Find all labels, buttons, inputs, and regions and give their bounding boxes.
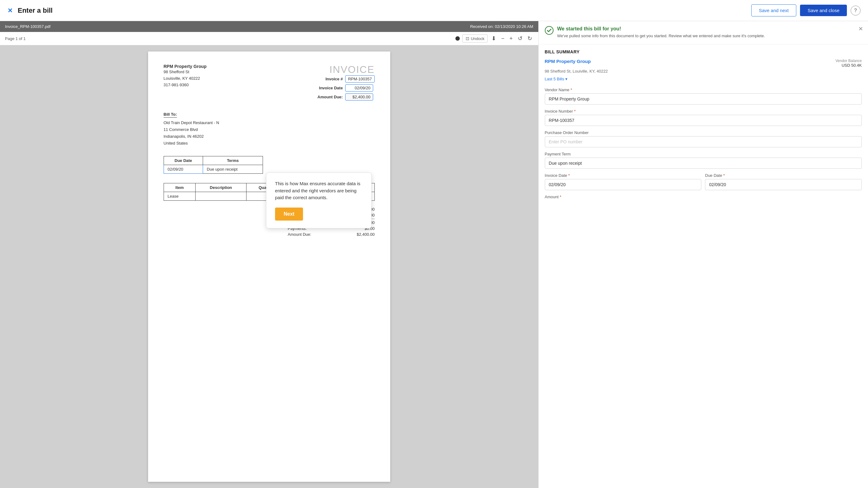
pdf-filename: Invoice_RPM-100357.pdf: [5, 24, 51, 29]
pdf-page: RPM Property Group 98 Shefford St Louisv…: [148, 52, 390, 482]
zoom-in-button[interactable]: +: [508, 35, 514, 42]
save-and-next-button[interactable]: Save and next: [751, 4, 797, 17]
po-number-input[interactable]: [545, 136, 862, 148]
main-content: Invoice_RPM-100357.pdf Received on: 02/1…: [0, 21, 868, 488]
invoice-title-text: INVOICE: [309, 64, 375, 75]
desc-col-header: Description: [195, 183, 247, 192]
bill-to-country: United States: [164, 140, 375, 147]
tooltip-overlay: This is how Max ensures accurate data is…: [266, 172, 372, 228]
pdf-toolbar: Invoice_RPM-100357.pdf Received on: 02/1…: [0, 21, 538, 32]
svg-point-0: [545, 26, 553, 34]
header-right: Save and next Save and close ?: [751, 4, 861, 17]
invoice-date-label: Invoice Date: [309, 86, 343, 90]
undock-icon: ⊡: [466, 36, 469, 41]
info-banner: We started this bill for you! We've pull…: [538, 21, 868, 44]
invoice-date-input[interactable]: [545, 179, 702, 190]
vendor-info: RPM Property Group 98 Shefford St Louisv…: [164, 64, 207, 88]
payment-term-group: Payment Term: [545, 152, 862, 169]
vendor-name-link[interactable]: RPM Property Group: [545, 59, 591, 64]
amount-due-bottom-val: $2,400.00: [357, 232, 375, 237]
bill-to-label: Bill To:: [164, 112, 177, 118]
payment-term-input[interactable]: [545, 158, 862, 169]
chevron-down-icon: ▾: [565, 77, 567, 81]
po-number-group: Purchase Order Number: [545, 130, 862, 148]
success-icon: [545, 26, 554, 36]
amount-label: Amount *: [545, 195, 862, 199]
invoice-date-row: Invoice Date 02/09/20: [309, 85, 375, 92]
amount-due-label: Amount Due:: [309, 95, 343, 99]
invoice-vendor-street: 98 Shefford St: [164, 69, 207, 75]
vendor-balance-value: USD 50.4K: [835, 63, 862, 68]
invoice-date-value: 02/09/20: [345, 85, 373, 92]
invoice-number-label: Invoice Number *: [545, 109, 862, 113]
due-date-group: Due Date *: [705, 173, 862, 190]
invoice-number-group: Invoice Number *: [545, 109, 862, 126]
terms-value: Due upon receipt: [203, 165, 263, 174]
due-date-value: 02/09/20: [164, 165, 203, 174]
invoice-vendor-phone: 317-981-9360: [164, 82, 207, 89]
view-icon: [456, 36, 460, 41]
pdf-controls: ⊡ Undock ⬇ − + ↺ ↻: [456, 34, 533, 42]
amount-due-row: Amount Due: $2,400.00: [309, 93, 375, 100]
page-title: Enter a bill: [18, 6, 53, 14]
amount-due-bottom-label: Amount Due:: [288, 232, 311, 237]
invoice-number-value: RPM-100357: [345, 75, 375, 83]
tooltip-text: This is how Max ensures accurate data is…: [275, 180, 363, 201]
top-header: ✕ Enter a bill Save and next Save and cl…: [0, 0, 868, 21]
terms-col-header: Terms: [203, 156, 263, 165]
banner-title: We started this bill for you!: [557, 26, 765, 32]
rotate-left-button[interactable]: ↺: [517, 34, 524, 42]
bill-to-section: Bill To: Old Train Depot Restaurant - N …: [164, 112, 375, 147]
invoice-number-label: Invoice #: [309, 77, 343, 81]
pdf-nav-bar: Page 1 of 1 ⊡ Undock ⬇ − + ↺ ↻: [0, 32, 538, 45]
next-button[interactable]: Next: [275, 207, 303, 221]
invoice-header-row: RPM Property Group 98 Shefford St Louisv…: [164, 64, 375, 102]
invoice-vendor-city: Louisville, KY 40222: [164, 75, 207, 82]
vendor-name-input[interactable]: [545, 93, 862, 104]
save-and-close-button[interactable]: Save and close: [800, 5, 847, 16]
item-cell: Lease: [164, 192, 195, 201]
vendor-name-label: Vendor Name *: [545, 88, 862, 92]
vendor-name-group: Vendor Name *: [545, 88, 862, 104]
vendor-balance-label: Vendor Balance: [835, 59, 862, 63]
date-row: Invoice Date * Due Date *: [545, 173, 862, 195]
po-number-label: Purchase Order Number: [545, 130, 862, 135]
amount-due-value: $2,400.00: [345, 93, 373, 100]
bill-summary-title: BILL SUMMARY: [545, 49, 862, 54]
terms-table: Due Date Terms 02/09/20 Due upon receipt: [164, 156, 263, 174]
download-button[interactable]: ⬇: [490, 34, 497, 42]
help-button[interactable]: ?: [850, 6, 861, 15]
banner-close-button[interactable]: ✕: [858, 26, 863, 32]
invoice-vendor-name: RPM Property Group: [164, 64, 207, 69]
vendor-summary-row: RPM Property Group Vendor Balance USD 50…: [545, 59, 862, 68]
form-section: Vendor Name * Invoice Number * Purchase …: [538, 88, 868, 208]
banner-description: We've pulled some info from this documen…: [557, 33, 765, 39]
header-left: ✕ Enter a bill: [7, 6, 53, 14]
banner-text: We started this bill for you! We've pull…: [557, 26, 765, 39]
right-panel: We started this bill for you! We've pull…: [538, 21, 868, 488]
bill-summary-section: BILL SUMMARY RPM Property Group Vendor B…: [538, 44, 868, 81]
undock-button[interactable]: ⊡ Undock: [462, 34, 488, 42]
close-icon[interactable]: ✕: [7, 7, 13, 14]
bill-to-city: Indianapolis, IN 46202: [164, 133, 375, 140]
amount-group: Amount *: [545, 195, 862, 199]
last-bills-link[interactable]: Last 5 Bills ▾: [545, 77, 862, 81]
rotate-right-button[interactable]: ↻: [526, 34, 533, 42]
payment-term-label: Payment Term: [545, 152, 862, 156]
pdf-panel: Invoice_RPM-100357.pdf Received on: 02/1…: [0, 21, 538, 488]
zoom-out-button[interactable]: −: [500, 35, 506, 42]
item-col-header: Item: [164, 183, 195, 192]
invoice-fields: Invoice # RPM-100357 Invoice Date 02/09/…: [309, 75, 375, 100]
bill-to-street: 11 Commerce Blvd: [164, 126, 375, 133]
invoice-number-row: Invoice # RPM-100357: [309, 75, 375, 83]
due-date-input[interactable]: [705, 179, 862, 190]
amount-due-bottom-row: Amount Due: $2,400.00: [288, 232, 375, 237]
invoice-number-input[interactable]: [545, 115, 862, 126]
invoice-date-group: Invoice Date *: [545, 173, 702, 190]
invoice-date-label: Invoice Date *: [545, 173, 702, 178]
desc-cell: [195, 192, 247, 201]
due-date-label: Due Date *: [705, 173, 862, 178]
bill-to-name: Old Train Depot Restaurant - N: [164, 120, 375, 126]
due-date-col-header: Due Date: [164, 156, 203, 165]
pdf-received: Received on: 02/13/2020 10:26 AM: [470, 24, 533, 29]
